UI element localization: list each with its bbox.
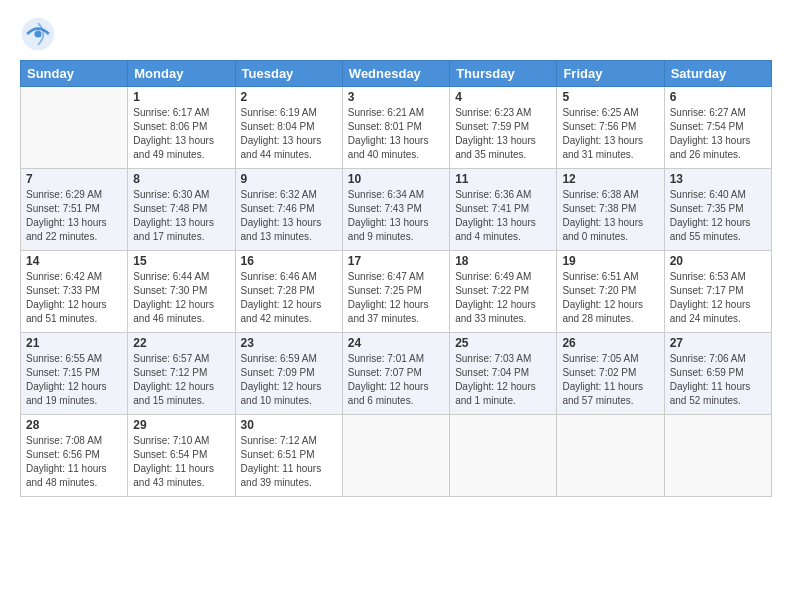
day-info: Sunrise: 6:59 AM Sunset: 7:09 PM Dayligh… (241, 352, 337, 408)
day-number: 25 (455, 336, 551, 350)
calendar-cell: 3Sunrise: 6:21 AM Sunset: 8:01 PM Daylig… (342, 87, 449, 169)
calendar-cell: 26Sunrise: 7:05 AM Sunset: 7:02 PM Dayli… (557, 333, 664, 415)
day-info: Sunrise: 7:01 AM Sunset: 7:07 PM Dayligh… (348, 352, 444, 408)
day-info: Sunrise: 6:49 AM Sunset: 7:22 PM Dayligh… (455, 270, 551, 326)
calendar-cell: 24Sunrise: 7:01 AM Sunset: 7:07 PM Dayli… (342, 333, 449, 415)
calendar-cell: 28Sunrise: 7:08 AM Sunset: 6:56 PM Dayli… (21, 415, 128, 497)
day-number: 15 (133, 254, 229, 268)
day-info: Sunrise: 7:06 AM Sunset: 6:59 PM Dayligh… (670, 352, 766, 408)
day-number: 4 (455, 90, 551, 104)
day-header-wednesday: Wednesday (342, 61, 449, 87)
day-info: Sunrise: 7:03 AM Sunset: 7:04 PM Dayligh… (455, 352, 551, 408)
day-number: 28 (26, 418, 122, 432)
calendar-cell: 2Sunrise: 6:19 AM Sunset: 8:04 PM Daylig… (235, 87, 342, 169)
day-header-sunday: Sunday (21, 61, 128, 87)
logo-icon (20, 16, 56, 52)
calendar-cell: 5Sunrise: 6:25 AM Sunset: 7:56 PM Daylig… (557, 87, 664, 169)
day-number: 16 (241, 254, 337, 268)
day-number: 1 (133, 90, 229, 104)
calendar-cell: 27Sunrise: 7:06 AM Sunset: 6:59 PM Dayli… (664, 333, 771, 415)
day-number: 22 (133, 336, 229, 350)
day-header-monday: Monday (128, 61, 235, 87)
calendar-cell: 4Sunrise: 6:23 AM Sunset: 7:59 PM Daylig… (450, 87, 557, 169)
day-number: 5 (562, 90, 658, 104)
day-info: Sunrise: 6:38 AM Sunset: 7:38 PM Dayligh… (562, 188, 658, 244)
calendar-cell: 16Sunrise: 6:46 AM Sunset: 7:28 PM Dayli… (235, 251, 342, 333)
day-info: Sunrise: 6:51 AM Sunset: 7:20 PM Dayligh… (562, 270, 658, 326)
calendar-cell: 8Sunrise: 6:30 AM Sunset: 7:48 PM Daylig… (128, 169, 235, 251)
day-info: Sunrise: 6:36 AM Sunset: 7:41 PM Dayligh… (455, 188, 551, 244)
calendar-header-row: SundayMondayTuesdayWednesdayThursdayFrid… (21, 61, 772, 87)
day-number: 20 (670, 254, 766, 268)
calendar-cell: 19Sunrise: 6:51 AM Sunset: 7:20 PM Dayli… (557, 251, 664, 333)
calendar-cell (21, 87, 128, 169)
day-info: Sunrise: 6:57 AM Sunset: 7:12 PM Dayligh… (133, 352, 229, 408)
calendar-week-row: 28Sunrise: 7:08 AM Sunset: 6:56 PM Dayli… (21, 415, 772, 497)
day-info: Sunrise: 6:19 AM Sunset: 8:04 PM Dayligh… (241, 106, 337, 162)
calendar-cell: 10Sunrise: 6:34 AM Sunset: 7:43 PM Dayli… (342, 169, 449, 251)
calendar-cell: 17Sunrise: 6:47 AM Sunset: 7:25 PM Dayli… (342, 251, 449, 333)
day-info: Sunrise: 6:44 AM Sunset: 7:30 PM Dayligh… (133, 270, 229, 326)
calendar-cell: 14Sunrise: 6:42 AM Sunset: 7:33 PM Dayli… (21, 251, 128, 333)
calendar-cell: 6Sunrise: 6:27 AM Sunset: 7:54 PM Daylig… (664, 87, 771, 169)
day-number: 24 (348, 336, 444, 350)
day-info: Sunrise: 6:34 AM Sunset: 7:43 PM Dayligh… (348, 188, 444, 244)
day-info: Sunrise: 6:40 AM Sunset: 7:35 PM Dayligh… (670, 188, 766, 244)
day-info: Sunrise: 7:08 AM Sunset: 6:56 PM Dayligh… (26, 434, 122, 490)
calendar-week-row: 21Sunrise: 6:55 AM Sunset: 7:15 PM Dayli… (21, 333, 772, 415)
page: SundayMondayTuesdayWednesdayThursdayFrid… (0, 0, 792, 612)
calendar-cell (342, 415, 449, 497)
day-info: Sunrise: 6:23 AM Sunset: 7:59 PM Dayligh… (455, 106, 551, 162)
day-number: 19 (562, 254, 658, 268)
calendar-week-row: 14Sunrise: 6:42 AM Sunset: 7:33 PM Dayli… (21, 251, 772, 333)
day-info: Sunrise: 7:10 AM Sunset: 6:54 PM Dayligh… (133, 434, 229, 490)
day-number: 10 (348, 172, 444, 186)
day-number: 2 (241, 90, 337, 104)
calendar-cell: 25Sunrise: 7:03 AM Sunset: 7:04 PM Dayli… (450, 333, 557, 415)
calendar-cell: 20Sunrise: 6:53 AM Sunset: 7:17 PM Dayli… (664, 251, 771, 333)
header (20, 16, 772, 52)
day-info: Sunrise: 7:05 AM Sunset: 7:02 PM Dayligh… (562, 352, 658, 408)
calendar-cell (557, 415, 664, 497)
calendar-cell: 13Sunrise: 6:40 AM Sunset: 7:35 PM Dayli… (664, 169, 771, 251)
day-number: 29 (133, 418, 229, 432)
day-info: Sunrise: 6:21 AM Sunset: 8:01 PM Dayligh… (348, 106, 444, 162)
day-number: 26 (562, 336, 658, 350)
day-info: Sunrise: 6:55 AM Sunset: 7:15 PM Dayligh… (26, 352, 122, 408)
day-info: Sunrise: 6:47 AM Sunset: 7:25 PM Dayligh… (348, 270, 444, 326)
day-info: Sunrise: 6:29 AM Sunset: 7:51 PM Dayligh… (26, 188, 122, 244)
day-number: 27 (670, 336, 766, 350)
day-info: Sunrise: 6:17 AM Sunset: 8:06 PM Dayligh… (133, 106, 229, 162)
day-header-friday: Friday (557, 61, 664, 87)
day-number: 18 (455, 254, 551, 268)
day-header-thursday: Thursday (450, 61, 557, 87)
calendar-cell (450, 415, 557, 497)
day-number: 8 (133, 172, 229, 186)
calendar-week-row: 1Sunrise: 6:17 AM Sunset: 8:06 PM Daylig… (21, 87, 772, 169)
day-number: 23 (241, 336, 337, 350)
day-number: 11 (455, 172, 551, 186)
day-info: Sunrise: 6:25 AM Sunset: 7:56 PM Dayligh… (562, 106, 658, 162)
svg-point-1 (34, 30, 41, 37)
calendar-cell: 29Sunrise: 7:10 AM Sunset: 6:54 PM Dayli… (128, 415, 235, 497)
logo (20, 16, 60, 52)
day-info: Sunrise: 6:46 AM Sunset: 7:28 PM Dayligh… (241, 270, 337, 326)
day-number: 21 (26, 336, 122, 350)
calendar-cell: 7Sunrise: 6:29 AM Sunset: 7:51 PM Daylig… (21, 169, 128, 251)
calendar-cell: 9Sunrise: 6:32 AM Sunset: 7:46 PM Daylig… (235, 169, 342, 251)
day-header-tuesday: Tuesday (235, 61, 342, 87)
day-info: Sunrise: 6:30 AM Sunset: 7:48 PM Dayligh… (133, 188, 229, 244)
day-info: Sunrise: 7:12 AM Sunset: 6:51 PM Dayligh… (241, 434, 337, 490)
calendar-cell: 30Sunrise: 7:12 AM Sunset: 6:51 PM Dayli… (235, 415, 342, 497)
calendar-cell: 15Sunrise: 6:44 AM Sunset: 7:30 PM Dayli… (128, 251, 235, 333)
calendar-cell: 23Sunrise: 6:59 AM Sunset: 7:09 PM Dayli… (235, 333, 342, 415)
day-info: Sunrise: 6:27 AM Sunset: 7:54 PM Dayligh… (670, 106, 766, 162)
day-header-saturday: Saturday (664, 61, 771, 87)
day-number: 30 (241, 418, 337, 432)
calendar-cell: 11Sunrise: 6:36 AM Sunset: 7:41 PM Dayli… (450, 169, 557, 251)
day-number: 14 (26, 254, 122, 268)
day-number: 9 (241, 172, 337, 186)
calendar-cell: 18Sunrise: 6:49 AM Sunset: 7:22 PM Dayli… (450, 251, 557, 333)
day-number: 3 (348, 90, 444, 104)
day-number: 12 (562, 172, 658, 186)
